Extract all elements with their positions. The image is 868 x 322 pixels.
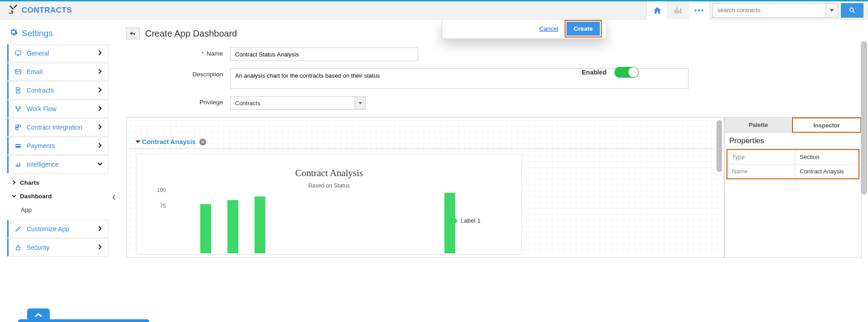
nav-integration[interactable]: Contract Integration xyxy=(7,118,108,136)
integration-icon xyxy=(13,124,23,131)
bar xyxy=(227,200,238,253)
sidebar-collapse-handle[interactable] xyxy=(111,191,117,204)
chevron-right-icon xyxy=(97,87,103,94)
subnav-label: Charts xyxy=(20,179,39,186)
prop-key: Type xyxy=(727,150,795,164)
chart-card[interactable]: Contract Analysis Based on Status 75100 … xyxy=(137,154,522,255)
email-icon xyxy=(13,68,23,75)
subnav-charts[interactable]: Charts xyxy=(12,176,111,189)
page-scrollbar[interactable] xyxy=(861,41,867,322)
privilege-select[interactable]: Contracts xyxy=(230,96,366,110)
nav-label: Email xyxy=(27,68,42,75)
properties-title: Properties xyxy=(725,133,861,149)
svg-rect-9 xyxy=(16,125,18,127)
subnav-label: App xyxy=(21,206,32,213)
chevron-right-icon xyxy=(97,50,103,57)
chevron-right-icon xyxy=(97,244,103,251)
description-label: Description xyxy=(188,68,230,78)
row-name: Name xyxy=(188,47,862,61)
name-label: Name xyxy=(188,47,230,57)
search-input[interactable] xyxy=(712,3,826,18)
svg-point-3 xyxy=(850,8,854,11)
nav-customize[interactable]: Customize App xyxy=(7,220,108,238)
svg-point-1 xyxy=(698,9,700,11)
cancel-link[interactable]: Cancel xyxy=(539,25,558,32)
search-dropdown[interactable] xyxy=(826,3,838,18)
inspector-panel: Palette Inspector Properties Type Sectio… xyxy=(724,117,862,258)
nav-payments[interactable]: Payments xyxy=(7,137,108,155)
chart-area: 75100 xyxy=(169,190,458,253)
nav-security[interactable]: Security xyxy=(7,238,108,257)
settings-title: Settings xyxy=(22,28,53,38)
create-button[interactable]: Create xyxy=(566,22,600,36)
nav-label: Payments xyxy=(27,142,55,149)
content: Create App Dashboard Cancel Create Enabl… xyxy=(111,19,868,322)
subnav-app[interactable]: App xyxy=(12,203,111,216)
chart-icon[interactable] xyxy=(667,1,688,19)
legend-label: Label 1 xyxy=(461,217,481,224)
topbar: CONTRACTS xyxy=(0,0,868,19)
chevron-down-icon xyxy=(12,194,19,198)
canvas[interactable]: Contract Anaysis ✕ Contract Analysis Bas… xyxy=(126,117,724,258)
properties-table: Type Section Name Contract Anaysis xyxy=(726,149,859,179)
chevron-down-icon xyxy=(354,97,365,109)
search-button[interactable] xyxy=(841,3,863,18)
chevron-right-icon xyxy=(97,124,103,131)
subnav-label: Dashboard xyxy=(20,193,52,200)
back-button[interactable] xyxy=(126,28,140,39)
chevron-right-icon xyxy=(97,68,103,75)
svg-rect-4 xyxy=(15,51,21,55)
privilege-value: Contracts xyxy=(235,100,260,107)
disclosure-icon xyxy=(136,140,140,143)
chevron-down-icon xyxy=(97,161,103,168)
section-header[interactable]: Contract Anaysis ✕ xyxy=(137,138,206,145)
chevron-right-icon xyxy=(97,225,103,233)
subnav-dashboard[interactable]: Dashboard xyxy=(12,189,111,203)
intelligence-icon xyxy=(13,161,23,168)
svg-rect-13 xyxy=(15,145,21,146)
enabled-label: Enabled xyxy=(582,69,606,76)
nav-general[interactable]: General xyxy=(7,44,108,62)
nav-email[interactable]: Email xyxy=(7,63,108,81)
prop-row-name: Name Contract Anaysis xyxy=(727,164,859,178)
nav-list-bottom: Customize App Security xyxy=(7,220,111,257)
chevron-right-icon xyxy=(97,105,103,112)
nav-label: Work Flow xyxy=(27,105,57,112)
tab-palette[interactable]: Palette xyxy=(725,117,792,133)
prop-row-type: Type Section xyxy=(727,150,859,164)
nav-label: Contract Integration xyxy=(27,124,82,131)
canvas-scrollbar[interactable] xyxy=(717,120,722,251)
payments-icon xyxy=(13,142,23,149)
section-title: Contract Anaysis xyxy=(142,138,196,145)
svg-point-6 xyxy=(16,107,17,108)
nav-workflow[interactable]: Work Flow xyxy=(7,100,108,118)
y-tick: 75 xyxy=(151,203,166,209)
row-privilege: Privilege Contracts xyxy=(188,96,862,110)
nav-intelligence[interactable]: Intelligence xyxy=(7,155,108,173)
nav-list: General Email Contracts Work Flow Contra xyxy=(7,44,111,173)
svg-rect-14 xyxy=(16,247,20,250)
svg-rect-10 xyxy=(19,125,21,127)
name-input[interactable] xyxy=(230,47,418,61)
home-icon[interactable] xyxy=(646,1,667,19)
nav-contracts[interactable]: Contracts xyxy=(7,81,108,99)
enabled-toggle[interactable] xyxy=(614,67,639,78)
enabled-block: Enabled xyxy=(582,67,639,78)
delete-section-icon[interactable]: ✕ xyxy=(199,139,206,145)
settings-header: Settings xyxy=(7,25,111,44)
tab-inspector[interactable]: Inspector xyxy=(792,117,861,133)
chart-title: Contract Analysis xyxy=(137,168,521,179)
create-highlight: Create xyxy=(565,20,602,37)
more-icon[interactable] xyxy=(688,1,709,19)
inspector-tabs: Palette Inspector xyxy=(725,117,861,133)
brand: CONTRACTS xyxy=(8,4,72,16)
sidebar: Settings General Email Contracts Work Fl… xyxy=(0,19,111,322)
chevron-right-icon xyxy=(12,180,19,185)
form: Name Description An analysis chart for t… xyxy=(126,47,862,110)
scroll-top-button[interactable] xyxy=(27,308,50,322)
svg-point-0 xyxy=(694,9,697,11)
chart-subtitle: Based on Status xyxy=(137,182,521,189)
section-divider xyxy=(129,148,714,149)
svg-point-7 xyxy=(19,107,21,108)
page-title: Create App Dashboard xyxy=(145,28,237,39)
